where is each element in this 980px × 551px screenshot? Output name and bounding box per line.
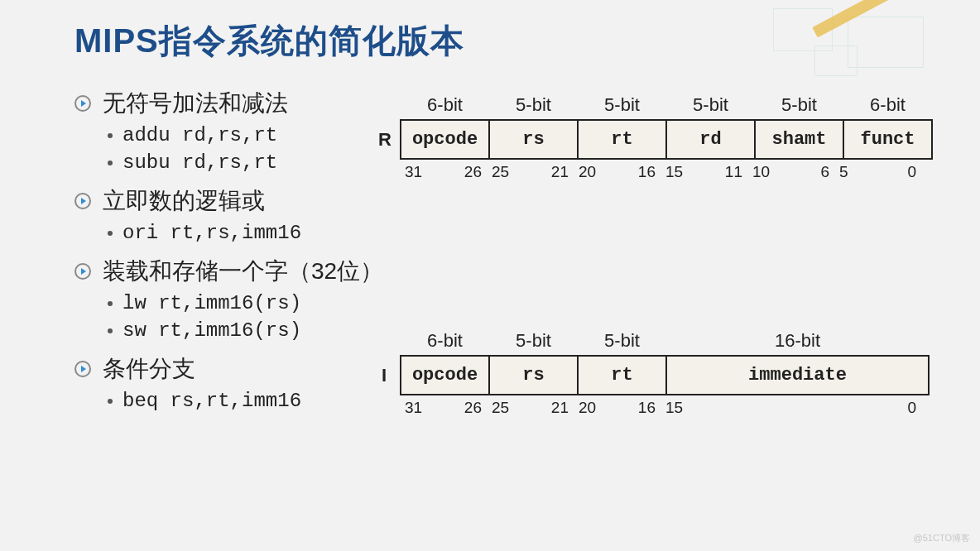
- sub-item: sw rt,imm16(rs): [108, 319, 422, 342]
- bit-hi: 10: [747, 163, 770, 181]
- field-bits-label: 6-bit: [401, 327, 489, 356]
- bullet-item: 装载和存储一个字（32位）: [74, 256, 422, 287]
- bit-lo: 0: [907, 163, 921, 181]
- sub-bullet-icon: [108, 399, 113, 404]
- bit-lo: 26: [464, 163, 487, 181]
- field-name: funct: [843, 120, 932, 159]
- bit-lo: 21: [551, 399, 574, 417]
- sub-code: subu rd,rs,rt: [122, 151, 277, 174]
- sub-code: beq rs,rt,imm16: [122, 390, 301, 412]
- bullet-item: 立即数的逻辑或: [74, 185, 422, 217]
- bit-lo: 11: [725, 163, 747, 181]
- bullet-item: 无符号加法和减法: [74, 88, 422, 119]
- bit-lo: 0: [907, 399, 921, 417]
- bullet-icon: [74, 361, 91, 377]
- field-name: rs: [489, 120, 578, 159]
- bit-lo: 16: [638, 163, 661, 181]
- field-bits-label: 5-bit: [666, 91, 755, 120]
- bullet-icon: [74, 193, 91, 209]
- field-bits-label: 6-bit: [843, 91, 932, 120]
- field-name: shamt: [755, 120, 843, 159]
- bit-hi: 25: [487, 163, 509, 181]
- sub-code: ori rt,rs,imm16: [122, 222, 301, 244]
- sub-item: lw rt,imm16(rs): [108, 292, 422, 314]
- bit-hi: 20: [574, 163, 596, 181]
- sub-item: beq rs,rt,imm16: [108, 390, 422, 412]
- bullet-item: 条件分支: [74, 353, 422, 385]
- bit-hi: 15: [661, 163, 683, 181]
- bullet-text: 装载和存储一个字（32位）: [103, 256, 383, 287]
- bit-lo: 26: [464, 399, 487, 417]
- field-name: immediate: [666, 356, 929, 395]
- sub-code: addu rd,rs,rt: [122, 124, 277, 146]
- bullet-list: 无符号加法和减法addu rd,rs,rtsubu rd,rs,rt立即数的逻辑…: [74, 83, 422, 412]
- watermark: @51CTO博客: [914, 532, 970, 544]
- field-bits-label: 16-bit: [666, 327, 929, 356]
- field-name: rs: [489, 356, 578, 395]
- bullet-icon: [74, 263, 91, 280]
- sub-code: sw rt,imm16(rs): [122, 319, 301, 342]
- sub-bullet-icon: [108, 133, 113, 138]
- field-name: rt: [578, 120, 666, 159]
- bullet-text: 立即数的逻辑或: [103, 185, 265, 217]
- field-bits-label: 5-bit: [578, 91, 666, 120]
- sub-bullet-icon: [108, 161, 113, 165]
- format-r-diagram: R 6-bit5-bit5-bit5-bit5-bit6-bitopcoders…: [400, 91, 933, 181]
- bit-hi: 20: [574, 399, 596, 417]
- sub-item: subu rd,rs,rt: [108, 151, 422, 174]
- bullet-text: 无符号加法和减法: [103, 88, 288, 119]
- bit-hi: 31: [400, 399, 422, 417]
- field-bits-label: 6-bit: [401, 91, 489, 120]
- slide-title: MIPS指令系统的简化版本: [74, 18, 464, 64]
- sub-code: lw rt,imm16(rs): [122, 292, 301, 314]
- bit-lo: 6: [820, 163, 834, 181]
- bit-hi: 25: [487, 399, 509, 417]
- sub-bullet-icon: [108, 328, 113, 333]
- field-bits-label: 5-bit: [755, 91, 843, 120]
- sub-bullet-icon: [108, 301, 113, 306]
- bit-hi: 15: [661, 399, 683, 417]
- field-bits-label: 5-bit: [489, 327, 578, 356]
- sub-bullet-icon: [108, 231, 113, 236]
- format-r-label: R: [378, 129, 392, 151]
- bit-hi: 31: [400, 163, 422, 181]
- field-name: rd: [666, 120, 755, 159]
- field-bits-label: 5-bit: [578, 327, 666, 356]
- sub-item: ori rt,rs,imm16: [108, 222, 422, 244]
- bit-indices: 312625212016151110650: [400, 163, 933, 181]
- field-bits-label: 5-bit: [489, 91, 578, 120]
- bit-lo: 16: [638, 399, 661, 417]
- bullet-icon: [74, 95, 91, 112]
- bit-lo: 21: [551, 163, 574, 181]
- format-i-diagram: I 6-bit5-bit5-bit16-bitopcodersrtimmedia…: [400, 327, 930, 417]
- sub-item: addu rd,rs,rt: [108, 124, 422, 146]
- pencil-decoration: [812, 0, 949, 37]
- field-name: rt: [578, 356, 666, 395]
- background-schematic: [765, 0, 980, 91]
- bullet-text: 条件分支: [103, 353, 195, 385]
- field-name: opcode: [401, 120, 489, 159]
- bit-hi: 5: [834, 163, 848, 181]
- format-i-label: I: [382, 365, 387, 386]
- bit-indices: 312625212016150: [400, 399, 930, 417]
- field-name: opcode: [401, 356, 489, 395]
